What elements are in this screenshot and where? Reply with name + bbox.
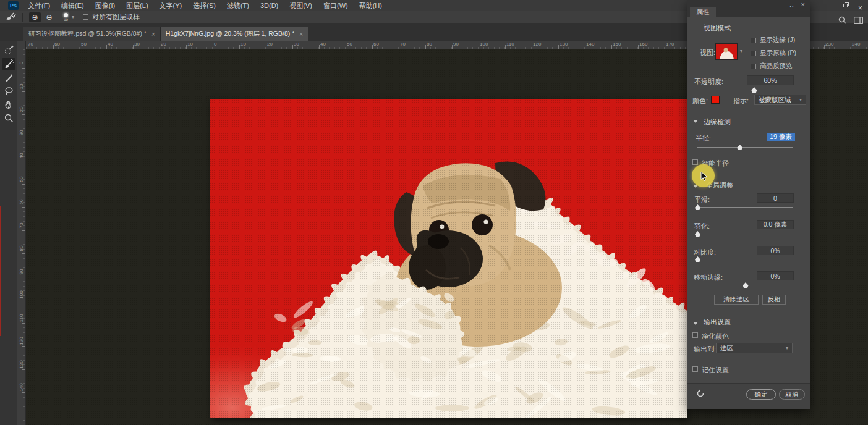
menu-item-image[interactable]: 图像(I) [90, 0, 121, 11]
properties-panel: ‥ × 属性 视图模式 视图: ▾ 显示边缘 (J)显示原稿 (P)高品质预览 … [687, 0, 810, 409]
invert-button[interactable]: 反相 [762, 295, 786, 305]
brush-subtract-button[interactable]: ⊖ [43, 12, 55, 22]
brush-add-button[interactable]: ⊕ [29, 12, 41, 22]
mouse-cursor-icon [700, 171, 708, 184]
shift-edge-slider[interactable] [697, 285, 793, 285]
chevron-down-icon[interactable]: ▾ [740, 48, 742, 54]
opacity-label: 不透明度: [694, 77, 723, 86]
tool-bar [0, 41, 17, 425]
shift-edge-value[interactable]: 0% [757, 271, 794, 280]
decontaminate-colors-checkbox[interactable] [692, 332, 698, 338]
checkbox-high-quality-preview[interactable] [751, 64, 756, 69]
reset-icon[interactable] [696, 389, 705, 399]
sample-all-layers-label: 对所有图层取样 [92, 12, 140, 22]
divider [691, 311, 806, 311]
hand-tool[interactable] [2, 99, 15, 111]
brush-size-value: 90 [64, 19, 68, 21]
sample-all-layers-checkbox[interactable] [83, 14, 88, 20]
output-settings-collapse-icon[interactable] [693, 322, 698, 325]
document-canvas[interactable] [210, 99, 687, 418]
close-button[interactable]: × [858, 2, 866, 9]
quick-selection-tool[interactable] [2, 44, 15, 56]
brush-tool[interactable] [2, 72, 15, 83]
tab-title: 研习设抠图教程.psd @ 51.3%(RGB/8#) * [28, 30, 147, 38]
opacity-value[interactable]: 60% [747, 75, 794, 85]
contrast-slider-knob[interactable] [695, 256, 700, 262]
tab-close-icon[interactable]: × [151, 31, 155, 38]
ok-button[interactable]: 确定 [746, 389, 776, 400]
refine-edge-brush-tool[interactable] [2, 58, 15, 70]
menu-item-type[interactable]: 文字(Y) [154, 0, 188, 11]
radius-slider-knob[interactable] [737, 145, 742, 150]
tab-document-psd[interactable]: 研习设抠图教程.psd @ 51.3%(RGB/8#) * × [23, 27, 161, 41]
radius-label: 半径: [696, 133, 711, 143]
refine-edge-brush-tool-icon[interactable] [5, 11, 16, 23]
label-show-edges: 显示边缘 (J) [760, 36, 795, 44]
menu-item-select[interactable]: 选择(S) [187, 0, 221, 11]
separator [22, 13, 23, 22]
smooth-slider[interactable] [697, 207, 793, 208]
chevron-down-icon[interactable]: ▾ [72, 14, 74, 20]
output-to-label: 输出到: [694, 345, 716, 354]
checkbox-show-edges[interactable] [751, 38, 756, 43]
lasso-tool[interactable] [2, 85, 15, 97]
panel-menu-icon[interactable]: ‥ [789, 1, 794, 9]
cancel-button[interactable]: 取消 [779, 389, 805, 400]
smooth-value[interactable]: 0 [757, 193, 794, 203]
edge-detection-section-label: 边缘检测 [704, 117, 731, 127]
menu-item-window[interactable]: 窗口(W) [318, 0, 354, 11]
radius-value[interactable]: 19 像素 [767, 133, 795, 141]
output-to-value: 选区 [720, 344, 733, 353]
menu-item-edit[interactable]: 编辑(E) [56, 0, 90, 11]
pug-nose [428, 234, 449, 249]
zoom-tool[interactable] [2, 112, 15, 124]
output-settings-section-label: 输出设置 [704, 318, 731, 327]
pug-right-eye [472, 214, 493, 235]
feather-value[interactable]: 0.0 像素 [757, 220, 794, 229]
divider [691, 112, 806, 112]
smooth-slider-knob[interactable] [695, 204, 700, 210]
restore-button[interactable] [842, 2, 849, 9]
view-thumbnail[interactable] [715, 43, 738, 60]
opacity-slider[interactable] [697, 90, 793, 90]
indicates-label: 指示: [733, 96, 749, 106]
indicates-dropdown[interactable]: 被蒙版区域▾ [754, 95, 806, 105]
opacity-slider-knob[interactable] [751, 87, 757, 93]
menu-item-view[interactable]: 视图(V) [284, 0, 318, 11]
brush-size-control[interactable]: 90 [64, 13, 68, 21]
menu-item-3d[interactable]: 3D(D) [255, 0, 284, 11]
shift-edge-label: 移动边缘: [694, 273, 723, 282]
panel-close-icon[interactable]: × [801, 1, 805, 8]
feather-slider[interactable] [697, 234, 793, 234]
output-to-dropdown[interactable]: 选区▾ [716, 343, 793, 353]
menu-item-help[interactable]: 帮助(H) [354, 0, 388, 11]
smart-radius-checkbox[interactable] [692, 159, 698, 165]
remember-settings-checkbox[interactable] [692, 366, 698, 372]
tab-close-icon[interactable]: × [299, 31, 303, 38]
contrast-slider[interactable] [697, 259, 793, 259]
indicates-value: 被蒙版区域 [759, 96, 791, 104]
window-controls: × [826, 0, 866, 11]
radius-slider[interactable] [697, 147, 793, 148]
tab-document-jpg[interactable]: H1gkX7jNnG.jpg @ 20.3% (图层 1, RGB/8) * × [161, 27, 308, 41]
menu-item-layer[interactable]: 图层(L) [121, 0, 153, 11]
minimize-button[interactable] [826, 2, 833, 9]
checkbox-show-original[interactable] [751, 51, 756, 56]
smooth-label: 平滑: [694, 195, 710, 204]
shift-edge-slider-knob[interactable] [743, 282, 749, 288]
menu-item-filter[interactable]: 滤镜(T) [221, 0, 255, 11]
panel-header: ‥ × 属性 [687, 0, 810, 17]
workspace-icon[interactable] [854, 15, 863, 27]
tab-properties[interactable]: 属性 [690, 7, 716, 17]
color-label: 颜色: [692, 96, 708, 106]
contrast-value[interactable]: 0% [757, 246, 794, 255]
ruler-vertical[interactable]: 0102030405060708090100110120130140 [17, 49, 26, 425]
ruler-corner [17, 41, 26, 49]
overlay-color-swatch[interactable] [711, 96, 720, 104]
edge-detection-collapse-icon[interactable] [693, 120, 698, 123]
label-show-original: 显示原稿 (P) [760, 49, 796, 57]
menu-item-file[interactable]: 文件(F) [22, 0, 56, 11]
clear-selection-button[interactable]: 清除选区 [714, 295, 759, 305]
feather-slider-knob[interactable] [695, 231, 700, 237]
search-icon[interactable] [838, 15, 846, 27]
